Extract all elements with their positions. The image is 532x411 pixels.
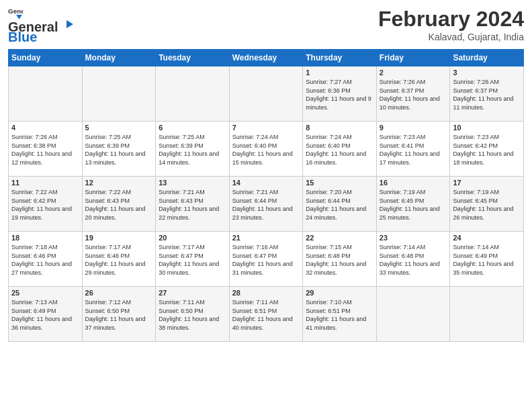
day-info: Sunrise: 7:22 AM Sunset: 6:42 PM Dayligh…	[11, 188, 79, 222]
week-row-0: 1Sunrise: 7:27 AM Sunset: 6:36 PM Daylig…	[9, 66, 524, 122]
page-container: General General Blue February 2024 Kalav…	[0, 0, 532, 411]
day-info: Sunrise: 7:21 AM Sunset: 6:43 PM Dayligh…	[159, 188, 226, 222]
day-cell: 24Sunrise: 7:14 AM Sunset: 6:49 PM Dayli…	[450, 232, 524, 287]
day-cell: 23Sunrise: 7:14 AM Sunset: 6:48 PM Dayli…	[376, 232, 450, 287]
day-info: Sunrise: 7:26 AM Sunset: 6:37 PM Dayligh…	[453, 78, 521, 111]
day-number: 19	[85, 234, 153, 242]
day-cell: 27Sunrise: 7:11 AM Sunset: 6:50 PM Dayli…	[156, 287, 230, 342]
day-cell: 5Sunrise: 7:25 AM Sunset: 6:39 PM Daylig…	[82, 122, 156, 177]
calendar-table: Sunday Monday Tuesday Wednesday Thursday…	[8, 49, 524, 342]
location: Kalavad, Gujarat, India	[378, 32, 524, 42]
day-cell: 2Sunrise: 7:26 AM Sunset: 6:37 PM Daylig…	[376, 66, 450, 122]
day-number: 5	[85, 124, 153, 132]
svg-text:General: General	[8, 7, 23, 15]
col-thursday: Thursday	[303, 50, 377, 66]
day-cell: 12Sunrise: 7:22 AM Sunset: 6:43 PM Dayli…	[82, 177, 156, 232]
day-info: Sunrise: 7:19 AM Sunset: 6:45 PM Dayligh…	[453, 188, 521, 222]
day-cell: 13Sunrise: 7:21 AM Sunset: 6:43 PM Dayli…	[156, 177, 230, 232]
day-number: 9	[380, 124, 447, 132]
day-cell: 14Sunrise: 7:21 AM Sunset: 6:44 PM Dayli…	[229, 177, 303, 232]
header-row: Sunday Monday Tuesday Wednesday Thursday…	[9, 50, 524, 66]
day-cell	[376, 287, 450, 342]
day-number: 29	[306, 289, 373, 297]
day-info: Sunrise: 7:27 AM Sunset: 6:36 PM Dayligh…	[306, 78, 373, 111]
day-number: 21	[232, 234, 300, 242]
day-info: Sunrise: 7:11 AM Sunset: 6:50 PM Dayligh…	[159, 298, 226, 332]
day-cell: 20Sunrise: 7:17 AM Sunset: 6:47 PM Dayli…	[156, 232, 230, 287]
day-info: Sunrise: 7:25 AM Sunset: 6:39 PM Dayligh…	[159, 133, 226, 167]
day-info: Sunrise: 7:18 AM Sunset: 6:46 PM Dayligh…	[11, 243, 79, 277]
col-sunday: Sunday	[9, 50, 83, 66]
day-cell: 16Sunrise: 7:19 AM Sunset: 6:45 PM Dayli…	[376, 177, 450, 232]
day-info: Sunrise: 7:15 AM Sunset: 6:48 PM Dayligh…	[306, 243, 373, 277]
day-cell: 7Sunrise: 7:24 AM Sunset: 6:40 PM Daylig…	[229, 122, 303, 177]
day-number: 14	[232, 179, 300, 187]
day-cell: 10Sunrise: 7:23 AM Sunset: 6:42 PM Dayli…	[450, 122, 524, 177]
svg-marker-2	[66, 20, 73, 28]
day-cell: 25Sunrise: 7:13 AM Sunset: 6:49 PM Dayli…	[9, 287, 83, 342]
day-number: 10	[453, 124, 521, 132]
day-number: 8	[306, 124, 373, 132]
day-info: Sunrise: 7:26 AM Sunset: 6:38 PM Dayligh…	[11, 133, 79, 167]
day-cell	[82, 66, 156, 122]
day-cell: 9Sunrise: 7:23 AM Sunset: 6:41 PM Daylig…	[376, 122, 450, 177]
day-info: Sunrise: 7:13 AM Sunset: 6:49 PM Dayligh…	[11, 298, 79, 332]
day-cell: 19Sunrise: 7:17 AM Sunset: 6:46 PM Dayli…	[82, 232, 156, 287]
day-number: 15	[306, 179, 373, 187]
day-number: 1	[306, 68, 373, 77]
day-number: 24	[453, 234, 521, 242]
month-year: February 2024	[378, 7, 524, 32]
col-friday: Friday	[376, 50, 450, 66]
day-cell: 28Sunrise: 7:11 AM Sunset: 6:51 PM Dayli…	[229, 287, 303, 342]
day-number: 17	[453, 179, 521, 187]
day-info: Sunrise: 7:21 AM Sunset: 6:44 PM Dayligh…	[232, 188, 300, 222]
col-saturday: Saturday	[450, 50, 524, 66]
logo: General General Blue	[8, 7, 75, 45]
logo-flag-icon	[58, 19, 75, 35]
day-info: Sunrise: 7:24 AM Sunset: 6:40 PM Dayligh…	[232, 133, 300, 167]
week-row-3: 18Sunrise: 7:18 AM Sunset: 6:46 PM Dayli…	[9, 232, 524, 287]
day-cell: 3Sunrise: 7:26 AM Sunset: 6:37 PM Daylig…	[450, 66, 524, 122]
week-row-1: 4Sunrise: 7:26 AM Sunset: 6:38 PM Daylig…	[9, 122, 524, 177]
header: General General Blue February 2024 Kalav…	[8, 7, 524, 45]
day-info: Sunrise: 7:12 AM Sunset: 6:50 PM Dayligh…	[85, 298, 153, 332]
day-info: Sunrise: 7:26 AM Sunset: 6:37 PM Dayligh…	[380, 78, 447, 111]
day-number: 7	[232, 124, 300, 132]
day-cell	[450, 287, 524, 342]
col-wednesday: Wednesday	[229, 50, 303, 66]
day-cell: 6Sunrise: 7:25 AM Sunset: 6:39 PM Daylig…	[156, 122, 230, 177]
day-number: 22	[306, 234, 373, 242]
day-cell: 1Sunrise: 7:27 AM Sunset: 6:36 PM Daylig…	[303, 66, 377, 122]
day-cell: 29Sunrise: 7:10 AM Sunset: 6:51 PM Dayli…	[303, 287, 377, 342]
day-info: Sunrise: 7:20 AM Sunset: 6:44 PM Dayligh…	[306, 188, 373, 222]
day-cell: 8Sunrise: 7:24 AM Sunset: 6:40 PM Daylig…	[303, 122, 377, 177]
day-info: Sunrise: 7:22 AM Sunset: 6:43 PM Dayligh…	[85, 188, 153, 222]
day-info: Sunrise: 7:14 AM Sunset: 6:49 PM Dayligh…	[453, 243, 521, 277]
day-info: Sunrise: 7:16 AM Sunset: 6:47 PM Dayligh…	[232, 243, 300, 277]
day-info: Sunrise: 7:19 AM Sunset: 6:45 PM Dayligh…	[380, 188, 447, 222]
day-number: 18	[11, 234, 79, 242]
day-info: Sunrise: 7:24 AM Sunset: 6:40 PM Dayligh…	[306, 133, 373, 167]
day-number: 13	[159, 179, 226, 187]
day-info: Sunrise: 7:23 AM Sunset: 6:41 PM Dayligh…	[380, 133, 447, 167]
day-info: Sunrise: 7:10 AM Sunset: 6:51 PM Dayligh…	[306, 298, 373, 332]
day-number: 20	[159, 234, 226, 242]
day-cell	[156, 66, 230, 122]
day-info: Sunrise: 7:11 AM Sunset: 6:51 PM Dayligh…	[232, 298, 300, 332]
day-number: 3	[453, 68, 521, 77]
logo-blue: Blue	[8, 30, 37, 45]
day-cell: 22Sunrise: 7:15 AM Sunset: 6:48 PM Dayli…	[303, 232, 377, 287]
day-number: 16	[380, 179, 447, 187]
day-info: Sunrise: 7:17 AM Sunset: 6:47 PM Dayligh…	[159, 243, 226, 277]
day-info: Sunrise: 7:14 AM Sunset: 6:48 PM Dayligh…	[380, 243, 447, 277]
day-cell: 15Sunrise: 7:20 AM Sunset: 6:44 PM Dayli…	[303, 177, 377, 232]
col-monday: Monday	[82, 50, 156, 66]
day-cell: 26Sunrise: 7:12 AM Sunset: 6:50 PM Dayli…	[82, 287, 156, 342]
day-cell: 21Sunrise: 7:16 AM Sunset: 6:47 PM Dayli…	[229, 232, 303, 287]
day-number: 26	[85, 289, 153, 297]
day-number: 4	[11, 124, 79, 132]
day-cell: 18Sunrise: 7:18 AM Sunset: 6:46 PM Dayli…	[9, 232, 83, 287]
week-row-4: 25Sunrise: 7:13 AM Sunset: 6:49 PM Dayli…	[9, 287, 524, 342]
day-number: 27	[159, 289, 226, 297]
day-cell: 17Sunrise: 7:19 AM Sunset: 6:45 PM Dayli…	[450, 177, 524, 232]
